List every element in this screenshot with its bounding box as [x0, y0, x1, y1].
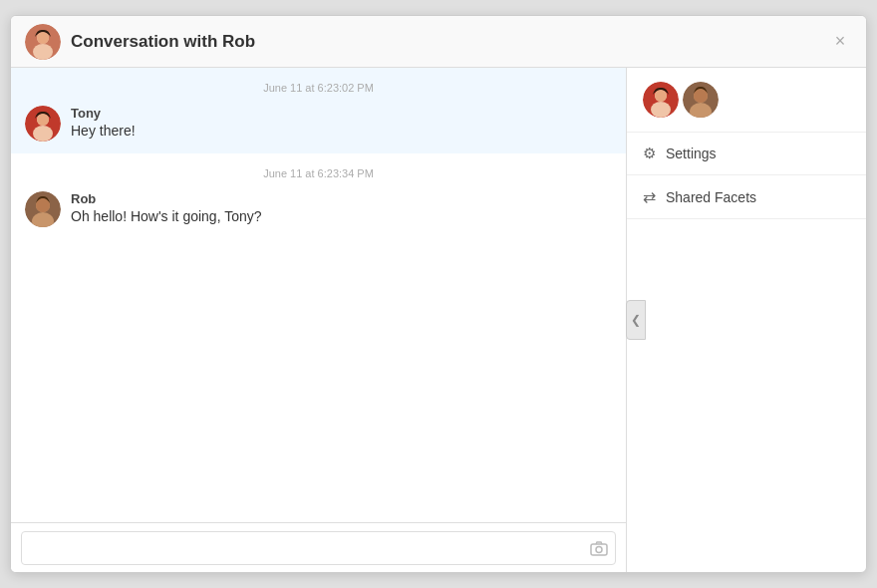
- side-avatars: [627, 68, 866, 133]
- sender-name: Rob: [71, 191, 262, 206]
- message-group: June 11 at 6:23:34 PM: [11, 153, 626, 239]
- side-panel: ⚙ Settings ⇄ Shared Facets: [627, 68, 866, 572]
- input-area: [11, 522, 626, 572]
- svg-point-6: [33, 126, 53, 142]
- shared-facets-label: Shared Facets: [666, 189, 756, 205]
- title-avatar: [25, 24, 61, 60]
- message-text: Oh hello! How's it going, Tony?: [71, 208, 262, 224]
- timestamp-row: June 11 at 6:23:02 PM: [11, 68, 626, 100]
- message-row: Tony Hey there!: [11, 100, 626, 153]
- timestamp: June 11 at 6:23:34 PM: [263, 167, 374, 179]
- close-button[interactable]: ×: [828, 30, 852, 54]
- side-rob-avatar: [683, 82, 719, 118]
- svg-point-3: [37, 32, 49, 44]
- message-row: Rob Oh hello! How's it going, Tony?: [11, 185, 626, 239]
- message-input[interactable]: [21, 531, 616, 565]
- svg-point-13: [596, 546, 602, 552]
- shared-facets-icon: ⇄: [643, 187, 656, 206]
- svg-rect-12: [591, 544, 607, 555]
- svg-point-2: [33, 44, 53, 60]
- side-tony-avatar: [643, 82, 679, 118]
- sender-name: Tony: [71, 106, 136, 121]
- message-group: June 11 at 6:23:02 PM: [11, 68, 626, 153]
- conversation-window: Conversation with Rob × June 11 at 6:23:…: [10, 15, 867, 573]
- main-area: June 11 at 6:23:02 PM: [11, 68, 866, 572]
- message-content: Rob Oh hello! How's it going, Tony?: [71, 191, 262, 224]
- timestamp-row: June 11 at 6:23:34 PM: [11, 153, 626, 185]
- title-bar: Conversation with Rob ×: [11, 16, 866, 68]
- collapse-icon: ❮: [631, 313, 641, 327]
- rob-avatar: [25, 191, 61, 227]
- svg-point-16: [651, 102, 671, 118]
- settings-label: Settings: [666, 146, 717, 161]
- chat-panel: June 11 at 6:23:02 PM: [11, 68, 627, 572]
- side-panel-wrapper: ❮: [627, 68, 866, 572]
- messages-area: June 11 at 6:23:02 PM: [11, 68, 626, 522]
- message-text: Hey there!: [71, 123, 136, 139]
- message-content: Tony Hey there!: [71, 106, 136, 139]
- settings-icon: ⚙: [643, 145, 656, 162]
- shared-facets-item[interactable]: ⇄ Shared Facets: [627, 175, 866, 219]
- svg-point-7: [37, 114, 49, 126]
- timestamp: June 11 at 6:23:02 PM: [263, 82, 374, 94]
- window-title: Conversation with Rob: [71, 32, 828, 52]
- svg-point-17: [655, 90, 667, 102]
- settings-item[interactable]: ⚙ Settings: [627, 133, 866, 175]
- input-wrapper: [21, 531, 616, 565]
- camera-button[interactable]: [590, 540, 608, 556]
- collapse-button[interactable]: ❮: [626, 300, 646, 340]
- tony-avatar: [25, 106, 61, 142]
